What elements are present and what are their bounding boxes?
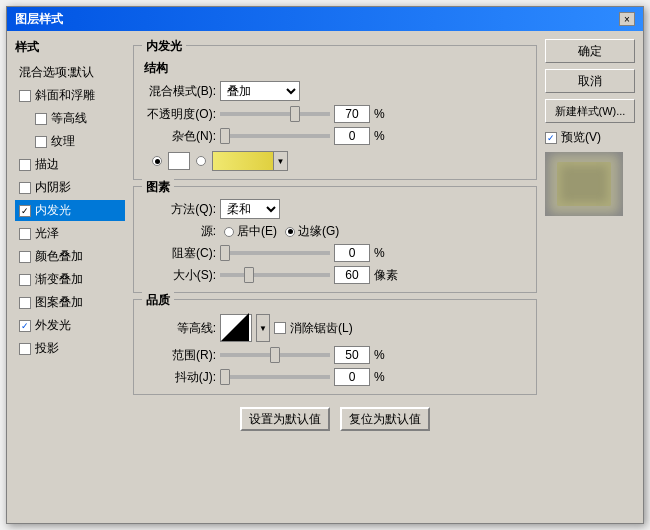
opacity-slider[interactable] [220, 112, 330, 116]
range-input[interactable]: 50 [334, 346, 370, 364]
sidebar-item-color-overlay[interactable]: 颜色叠加 [15, 246, 125, 267]
swatch-dropdown-btn[interactable]: ▼ [273, 152, 287, 170]
radio-gradient[interactable] [196, 156, 206, 166]
contour-row-label: 等高线: [144, 320, 216, 337]
source-edge-label: 边缘(G) [298, 223, 339, 240]
contour-checkbox[interactable] [35, 113, 47, 125]
left-panel: 样式 混合选项:默认 斜面和浮雕 等高线 纹理 [15, 39, 125, 515]
gradient-overlay-label: 渐变叠加 [35, 271, 83, 288]
sidebar-item-pattern-overlay[interactable]: 图案叠加 [15, 292, 125, 313]
yellow-gradient-swatch[interactable] [213, 152, 273, 170]
radio-center-circle[interactable] [224, 227, 234, 237]
pattern-overlay-label: 图案叠加 [35, 294, 83, 311]
cancel-button[interactable]: 取消 [545, 69, 635, 93]
texture-checkbox[interactable] [35, 136, 47, 148]
opacity-row: 不透明度(O): 70 % [144, 105, 526, 123]
sidebar-item-texture[interactable]: 纹理 [15, 131, 125, 152]
sidebar-item-contour[interactable]: 等高线 [15, 108, 125, 129]
jitter-row: 抖动(J): 0 % [144, 368, 526, 386]
title-bar: 图层样式 × [7, 7, 643, 31]
stroke-checkbox[interactable] [19, 159, 31, 171]
blend-label: 混合选项:默认 [19, 64, 94, 81]
range-label: 范围(R): [144, 347, 216, 364]
radio-solid-circle[interactable] [152, 156, 162, 166]
sidebar-item-blend[interactable]: 混合选项:默认 [15, 62, 125, 83]
structure-sub-title: 结构 [144, 60, 526, 77]
gradient-overlay-checkbox[interactable] [19, 274, 31, 286]
inner-glow-checkbox[interactable] [19, 205, 31, 217]
choke-slider[interactable] [220, 251, 330, 255]
source-edge-radio[interactable]: 边缘(G) [285, 223, 339, 240]
size-label: 大小(S): [144, 267, 216, 284]
pattern-overlay-checkbox[interactable] [19, 297, 31, 309]
jitter-unit: % [374, 370, 394, 384]
choke-label: 阻塞(C): [144, 245, 216, 262]
noise-row: 杂色(N): 0 % [144, 127, 526, 145]
opacity-input[interactable]: 70 [334, 105, 370, 123]
radio-edge-circle[interactable] [285, 227, 295, 237]
dialog-title: 图层样式 [15, 11, 63, 28]
blend-mode-row: 混合模式(B): 叠加 正常 溶解 滤色 [144, 81, 526, 101]
anti-alias-checkbox[interactable] [274, 322, 286, 334]
contour-label: 等高线 [51, 110, 87, 127]
drop-shadow-label: 投影 [35, 340, 59, 357]
new-style-button[interactable]: 新建样式(W)... [545, 99, 635, 123]
noise-unit: % [374, 129, 394, 143]
sidebar-item-gradient-overlay[interactable]: 渐变叠加 [15, 269, 125, 290]
white-swatch[interactable] [168, 152, 190, 170]
sidebar-item-stroke[interactable]: 描边 [15, 154, 125, 175]
blend-mode-select[interactable]: 叠加 正常 溶解 滤色 [220, 81, 300, 101]
texture-label: 纹理 [51, 133, 75, 150]
ok-button[interactable]: 确定 [545, 39, 635, 63]
color-overlay-label: 颜色叠加 [35, 248, 83, 265]
sidebar-item-bevel[interactable]: 斜面和浮雕 [15, 85, 125, 106]
close-button[interactable]: × [619, 12, 635, 26]
inner-shadow-checkbox[interactable] [19, 182, 31, 194]
contour-dropdown-btn[interactable]: ▼ [256, 314, 270, 342]
opacity-label: 不透明度(O): [144, 106, 216, 123]
jitter-slider[interactable] [220, 375, 330, 379]
method-label: 方法(Q): [144, 201, 216, 218]
method-select[interactable]: 柔和 精确 [220, 199, 280, 219]
radio-gradient-circle[interactable] [196, 156, 206, 166]
jitter-label: 抖动(J): [144, 369, 216, 386]
bevel-checkbox[interactable] [19, 90, 31, 102]
range-slider[interactable] [220, 353, 330, 357]
sidebar-item-inner-shadow[interactable]: 内阴影 [15, 177, 125, 198]
preview-checkbox[interactable] [545, 132, 557, 144]
sidebar-item-outer-glow[interactable]: 外发光 [15, 315, 125, 336]
size-input[interactable]: 60 [334, 266, 370, 284]
source-center-radio[interactable]: 居中(E) [224, 223, 277, 240]
sidebar-item-inner-glow[interactable]: 内发光 [15, 200, 125, 221]
dialog-body: 样式 混合选项:默认 斜面和浮雕 等高线 纹理 [7, 31, 643, 523]
contour-row: 等高线: ▼ 消除锯齿(L) [144, 314, 526, 342]
bottom-buttons-row: 设置为默认值 复位为默认值 [133, 401, 537, 439]
set-default-button[interactable]: 设置为默认值 [240, 407, 330, 431]
choke-row: 阻塞(C): 0 % [144, 244, 526, 262]
structure-section: 内发光 结构 混合模式(B): 叠加 正常 溶解 滤色 不透明度(O): [133, 45, 537, 180]
preview-check-row: 预览(V) [545, 129, 635, 146]
drop-shadow-checkbox[interactable] [19, 343, 31, 355]
preview-image [557, 162, 611, 206]
jitter-input[interactable]: 0 [334, 368, 370, 386]
color-overlay-checkbox[interactable] [19, 251, 31, 263]
sidebar-item-satin[interactable]: 光泽 [15, 223, 125, 244]
choke-unit: % [374, 246, 394, 260]
reset-default-button[interactable]: 复位为默认值 [340, 407, 430, 431]
outer-glow-checkbox[interactable] [19, 320, 31, 332]
noise-slider[interactable] [220, 134, 330, 138]
noise-label: 杂色(N): [144, 128, 216, 145]
radio-solid[interactable] [152, 156, 162, 166]
noise-input[interactable]: 0 [334, 127, 370, 145]
structure-section-title: 内发光 [142, 38, 186, 55]
elements-section-title: 图素 [142, 179, 174, 196]
contour-thumb[interactable] [220, 314, 252, 342]
sidebar-item-drop-shadow[interactable]: 投影 [15, 338, 125, 359]
range-unit: % [374, 348, 394, 362]
swatch-row: ▼ [144, 151, 526, 171]
choke-input[interactable]: 0 [334, 244, 370, 262]
size-slider[interactable] [220, 273, 330, 277]
satin-checkbox[interactable] [19, 228, 31, 240]
preview-label: 预览(V) [561, 129, 601, 146]
anti-alias-text: 消除锯齿(L) [290, 320, 353, 337]
